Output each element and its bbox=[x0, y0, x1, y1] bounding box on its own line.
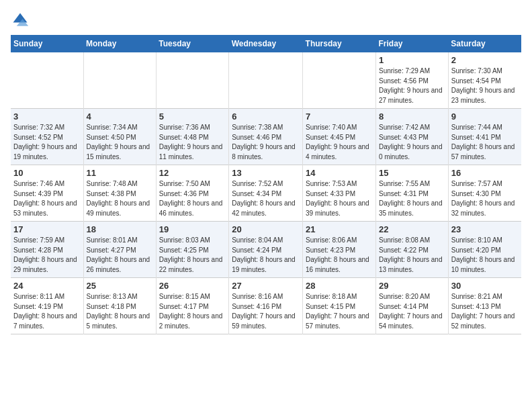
day-info: Sunrise: 8:18 AM Sunset: 4:15 PM Dayligh… bbox=[306, 292, 373, 331]
day-info: Sunrise: 7:34 AM Sunset: 4:50 PM Dayligh… bbox=[87, 123, 153, 162]
day-number: 14 bbox=[306, 168, 373, 178]
calendar-cell: 9Sunrise: 7:44 AM Sunset: 4:41 PM Daylig… bbox=[448, 109, 521, 165]
calendar-cell: 16Sunrise: 7:57 AM Sunset: 4:30 PM Dayli… bbox=[448, 165, 521, 222]
day-number: 8 bbox=[379, 111, 445, 122]
day-info: Sunrise: 8:06 AM Sunset: 4:23 PM Dayligh… bbox=[306, 236, 373, 275]
day-number: 1 bbox=[379, 55, 445, 65]
calendar-cell: 13Sunrise: 7:52 AM Sunset: 4:34 PM Dayli… bbox=[229, 165, 303, 222]
calendar-cell: 2Sunrise: 7:30 AM Sunset: 4:54 PM Daylig… bbox=[448, 52, 521, 109]
day-info: Sunrise: 7:40 AM Sunset: 4:45 PM Dayligh… bbox=[306, 123, 373, 162]
day-number: 25 bbox=[87, 281, 153, 291]
day-number: 13 bbox=[232, 168, 300, 178]
calendar-cell bbox=[83, 52, 156, 109]
day-info: Sunrise: 8:15 AM Sunset: 4:17 PM Dayligh… bbox=[159, 292, 226, 331]
day-info: Sunrise: 7:44 AM Sunset: 4:41 PM Dayligh… bbox=[451, 123, 519, 162]
calendar-cell: 26Sunrise: 8:15 AM Sunset: 4:17 PM Dayli… bbox=[156, 278, 228, 334]
day-info: Sunrise: 8:13 AM Sunset: 4:18 PM Dayligh… bbox=[87, 292, 153, 331]
day-info: Sunrise: 7:52 AM Sunset: 4:34 PM Dayligh… bbox=[232, 179, 300, 218]
day-info: Sunrise: 7:29 AM Sunset: 4:56 PM Dayligh… bbox=[379, 66, 445, 105]
day-info: Sunrise: 7:42 AM Sunset: 4:43 PM Dayligh… bbox=[379, 123, 445, 162]
header-thursday: Thursday bbox=[303, 35, 376, 52]
day-info: Sunrise: 7:57 AM Sunset: 4:30 PM Dayligh… bbox=[451, 179, 519, 218]
day-number: 17 bbox=[13, 224, 81, 234]
day-info: Sunrise: 8:03 AM Sunset: 4:25 PM Dayligh… bbox=[159, 236, 226, 275]
calendar-week-2: 3Sunrise: 7:32 AM Sunset: 4:52 PM Daylig… bbox=[11, 109, 521, 165]
header-sunday: Sunday bbox=[11, 35, 83, 52]
calendar-cell: 21Sunrise: 8:06 AM Sunset: 4:23 PM Dayli… bbox=[303, 222, 376, 278]
day-number: 6 bbox=[232, 111, 300, 122]
calendar-cell: 30Sunrise: 8:21 AM Sunset: 4:13 PM Dayli… bbox=[448, 278, 521, 334]
day-info: Sunrise: 8:11 AM Sunset: 4:19 PM Dayligh… bbox=[13, 292, 81, 331]
calendar-cell: 4Sunrise: 7:34 AM Sunset: 4:50 PM Daylig… bbox=[83, 109, 156, 165]
calendar-cell: 8Sunrise: 7:42 AM Sunset: 4:43 PM Daylig… bbox=[375, 109, 448, 165]
day-number: 2 bbox=[451, 55, 519, 65]
calendar-cell: 25Sunrise: 8:13 AM Sunset: 4:18 PM Dayli… bbox=[83, 278, 156, 334]
header-friday: Friday bbox=[375, 35, 448, 52]
calendar-cell bbox=[303, 52, 376, 109]
day-info: Sunrise: 7:32 AM Sunset: 4:52 PM Dayligh… bbox=[13, 123, 81, 162]
day-number: 10 bbox=[13, 168, 81, 178]
day-info: Sunrise: 7:55 AM Sunset: 4:31 PM Dayligh… bbox=[379, 179, 445, 218]
calendar-cell: 24Sunrise: 8:11 AM Sunset: 4:19 PM Dayli… bbox=[11, 278, 83, 334]
calendar-cell: 5Sunrise: 7:36 AM Sunset: 4:48 PM Daylig… bbox=[156, 109, 228, 165]
calendar-cell: 1Sunrise: 7:29 AM Sunset: 4:56 PM Daylig… bbox=[375, 52, 448, 109]
day-number: 12 bbox=[159, 168, 226, 178]
day-number: 16 bbox=[451, 168, 519, 178]
day-number: 24 bbox=[13, 281, 81, 291]
calendar-cell: 28Sunrise: 8:18 AM Sunset: 4:15 PM Dayli… bbox=[303, 278, 376, 334]
calendar-cell: 3Sunrise: 7:32 AM Sunset: 4:52 PM Daylig… bbox=[11, 109, 83, 165]
day-number: 21 bbox=[306, 224, 373, 234]
calendar-cell: 10Sunrise: 7:46 AM Sunset: 4:39 PM Dayli… bbox=[11, 165, 83, 222]
day-info: Sunrise: 7:46 AM Sunset: 4:39 PM Dayligh… bbox=[13, 179, 81, 218]
day-number: 22 bbox=[379, 224, 445, 234]
logo-icon bbox=[11, 11, 30, 30]
calendar-cell: 19Sunrise: 8:03 AM Sunset: 4:25 PM Dayli… bbox=[156, 222, 228, 278]
day-number: 15 bbox=[379, 168, 445, 178]
day-info: Sunrise: 8:20 AM Sunset: 4:14 PM Dayligh… bbox=[379, 292, 445, 331]
day-info: Sunrise: 8:21 AM Sunset: 4:13 PM Dayligh… bbox=[451, 292, 519, 331]
calendar-cell: 20Sunrise: 8:04 AM Sunset: 4:24 PM Dayli… bbox=[229, 222, 303, 278]
calendar-cell: 23Sunrise: 8:10 AM Sunset: 4:20 PM Dayli… bbox=[448, 222, 521, 278]
day-number: 19 bbox=[159, 224, 226, 234]
day-info: Sunrise: 8:16 AM Sunset: 4:16 PM Dayligh… bbox=[232, 292, 300, 331]
header-saturday: Saturday bbox=[448, 35, 521, 52]
header-tuesday: Tuesday bbox=[156, 35, 228, 52]
day-number: 9 bbox=[451, 111, 519, 122]
day-info: Sunrise: 8:01 AM Sunset: 4:27 PM Dayligh… bbox=[87, 236, 153, 275]
calendar-cell: 18Sunrise: 8:01 AM Sunset: 4:27 PM Dayli… bbox=[83, 222, 156, 278]
day-info: Sunrise: 7:53 AM Sunset: 4:33 PM Dayligh… bbox=[306, 179, 373, 218]
calendar-cell bbox=[229, 52, 303, 109]
day-number: 3 bbox=[13, 111, 81, 122]
day-number: 26 bbox=[159, 281, 226, 291]
day-info: Sunrise: 7:30 AM Sunset: 4:54 PM Dayligh… bbox=[451, 66, 519, 105]
calendar-cell: 6Sunrise: 7:38 AM Sunset: 4:46 PM Daylig… bbox=[229, 109, 303, 165]
day-info: Sunrise: 7:38 AM Sunset: 4:46 PM Dayligh… bbox=[232, 123, 300, 162]
day-info: Sunrise: 8:08 AM Sunset: 4:22 PM Dayligh… bbox=[379, 236, 445, 275]
calendar-week-1: 1Sunrise: 7:29 AM Sunset: 4:56 PM Daylig… bbox=[11, 52, 521, 109]
day-number: 11 bbox=[87, 168, 153, 178]
day-number: 4 bbox=[87, 111, 153, 122]
day-info: Sunrise: 7:50 AM Sunset: 4:36 PM Dayligh… bbox=[159, 179, 226, 218]
day-number: 28 bbox=[306, 281, 373, 291]
day-number: 27 bbox=[232, 281, 300, 291]
day-number: 18 bbox=[87, 224, 153, 234]
calendar-cell: 12Sunrise: 7:50 AM Sunset: 4:36 PM Dayli… bbox=[156, 165, 228, 222]
day-info: Sunrise: 7:59 AM Sunset: 4:28 PM Dayligh… bbox=[13, 236, 81, 275]
logo bbox=[11, 11, 32, 30]
calendar-cell: 7Sunrise: 7:40 AM Sunset: 4:45 PM Daylig… bbox=[303, 109, 376, 165]
calendar-cell: 14Sunrise: 7:53 AM Sunset: 4:33 PM Dayli… bbox=[303, 165, 376, 222]
calendar-week-3: 10Sunrise: 7:46 AM Sunset: 4:39 PM Dayli… bbox=[11, 165, 521, 222]
page-header bbox=[11, 11, 521, 30]
calendar-week-5: 24Sunrise: 8:11 AM Sunset: 4:19 PM Dayli… bbox=[11, 278, 521, 334]
calendar-cell: 29Sunrise: 8:20 AM Sunset: 4:14 PM Dayli… bbox=[375, 278, 448, 334]
calendar-cell bbox=[11, 52, 83, 109]
day-number: 20 bbox=[232, 224, 300, 234]
calendar-cell: 17Sunrise: 7:59 AM Sunset: 4:28 PM Dayli… bbox=[11, 222, 83, 278]
day-info: Sunrise: 7:36 AM Sunset: 4:48 PM Dayligh… bbox=[159, 123, 226, 162]
day-number: 23 bbox=[451, 224, 519, 234]
svg-marker-0 bbox=[13, 13, 28, 23]
calendar-week-4: 17Sunrise: 7:59 AM Sunset: 4:28 PM Dayli… bbox=[11, 222, 521, 278]
day-number: 30 bbox=[451, 281, 519, 291]
calendar-cell: 15Sunrise: 7:55 AM Sunset: 4:31 PM Dayli… bbox=[375, 165, 448, 222]
calendar-cell: 11Sunrise: 7:48 AM Sunset: 4:38 PM Dayli… bbox=[83, 165, 156, 222]
